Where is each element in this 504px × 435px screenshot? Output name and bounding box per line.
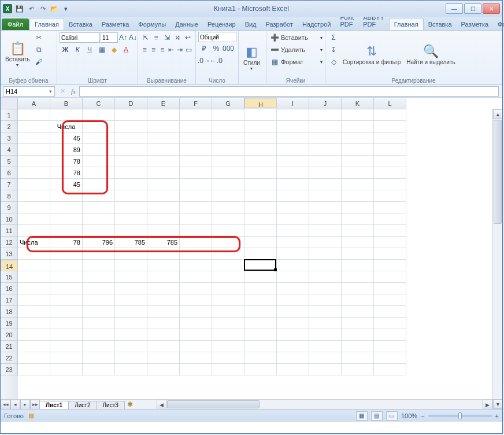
cell-G11[interactable] (212, 225, 244, 237)
row-header-10[interactable]: 10 (1, 213, 18, 225)
cell-J9[interactable] (309, 202, 342, 213)
cell-F4[interactable] (180, 144, 212, 156)
cell-H7[interactable] (244, 179, 277, 190)
cell-G2[interactable] (212, 121, 244, 132)
cell-D19[interactable] (115, 318, 147, 329)
cell-I8[interactable] (277, 190, 309, 202)
col-header-K[interactable]: K (342, 98, 374, 109)
cell-C11[interactable] (83, 225, 115, 237)
cell-J8[interactable] (309, 190, 342, 202)
cell-I1[interactable] (277, 109, 309, 121)
row-header-12[interactable]: 12 (1, 237, 18, 248)
decrease-font-icon[interactable]: A↓ (128, 32, 138, 43)
cell-E5[interactable] (147, 156, 180, 167)
font-name-select[interactable] (60, 32, 100, 43)
cell-J12[interactable] (309, 237, 342, 248)
cell-C10[interactable] (83, 213, 115, 225)
border-icon[interactable]: ▦ (96, 44, 108, 56)
cell-E14[interactable] (147, 260, 180, 271)
cell-G20[interactable] (212, 329, 244, 341)
cell-G23[interactable] (212, 364, 244, 375)
cell-J22[interactable] (309, 352, 342, 364)
new-icon[interactable]: ▾ (61, 3, 71, 14)
cell-B19[interactable] (50, 318, 83, 329)
cell-J11[interactable] (309, 225, 342, 237)
row-header-6[interactable]: 6 (1, 167, 18, 179)
cell-I15[interactable] (277, 271, 309, 283)
cell-F3[interactable] (180, 132, 212, 144)
cell-K14[interactable] (342, 260, 374, 271)
tab-file[interactable]: Файл (2, 19, 29, 30)
col-header-I[interactable]: I (277, 98, 309, 109)
cell-K4[interactable] (342, 144, 374, 156)
cell-G17[interactable] (212, 294, 244, 306)
vertical-scrollbar[interactable]: ▲ ▼ (492, 109, 502, 409)
cell-K19[interactable] (342, 318, 374, 329)
next-sheet-icon[interactable]: ▸ (20, 400, 30, 410)
cell-K8[interactable] (342, 190, 374, 202)
chevron-down-icon[interactable]: ▾ (49, 89, 52, 94)
cell-G3[interactable] (212, 132, 244, 144)
paste-button[interactable]: 📋 Вставить ▾ (3, 32, 32, 77)
cell-G21[interactable] (212, 341, 244, 352)
cell-L4[interactable] (374, 144, 406, 156)
cell-D15[interactable] (115, 271, 147, 283)
col-header-G[interactable]: G (212, 98, 244, 109)
cell-L3[interactable] (374, 132, 406, 144)
cell-H20[interactable] (244, 329, 277, 341)
cell-K18[interactable] (342, 306, 374, 318)
cell-H9[interactable] (244, 202, 277, 213)
increase-indent-icon[interactable]: ⇥ (176, 44, 184, 56)
cell-H22[interactable] (244, 352, 277, 364)
cell-I11[interactable] (277, 225, 309, 237)
cell-L12[interactable] (374, 237, 406, 248)
cell-B6[interactable]: 78 (50, 167, 83, 179)
cell-K22[interactable] (342, 352, 374, 364)
cell-A17[interactable] (18, 294, 50, 306)
cell-L2[interactable] (374, 121, 406, 132)
cell-J5[interactable] (309, 156, 342, 167)
cell-K16[interactable] (342, 283, 374, 294)
cell-L19[interactable] (374, 318, 406, 329)
cell-L11[interactable] (374, 225, 406, 237)
decrease-indent-icon[interactable]: ⇤ (167, 44, 175, 56)
row-header-2[interactable]: 2 (1, 121, 18, 132)
cell-J15[interactable] (309, 271, 342, 283)
increase-font-icon[interactable]: A↑ (118, 32, 128, 43)
cell-A22[interactable] (18, 352, 50, 364)
cell-J6[interactable] (309, 167, 342, 179)
pagebreak-view-icon[interactable]: ▭ (386, 411, 398, 421)
cell-C9[interactable] (83, 202, 115, 213)
row-header-4[interactable]: 4 (1, 144, 18, 156)
cell-J21[interactable] (309, 341, 342, 352)
scroll-thumb[interactable] (167, 400, 260, 408)
scroll-down-icon[interactable]: ▼ (493, 399, 502, 409)
cell-A18[interactable] (18, 306, 50, 318)
cell-J1[interactable] (309, 109, 342, 121)
cell-L16[interactable] (374, 283, 406, 294)
cell-D1[interactable] (115, 109, 147, 121)
cell-A3[interactable] (18, 132, 50, 144)
cell-J17[interactable] (309, 294, 342, 306)
cell-A10[interactable] (18, 213, 50, 225)
cell-I12[interactable] (277, 237, 309, 248)
cell-C8[interactable] (83, 190, 115, 202)
cell-I7[interactable] (277, 179, 309, 190)
cell-E21[interactable] (147, 341, 180, 352)
cell-F1[interactable] (180, 109, 212, 121)
cell-J7[interactable] (309, 179, 342, 190)
cell-E7[interactable] (147, 179, 180, 190)
cell-I18[interactable] (277, 306, 309, 318)
cell-C2[interactable] (83, 121, 115, 132)
cell-E11[interactable] (147, 225, 180, 237)
cell-A2[interactable] (18, 121, 50, 132)
last-sheet-icon[interactable]: ▸▸ (30, 400, 40, 410)
cell-B15[interactable] (50, 271, 83, 283)
cell-H16[interactable] (244, 283, 277, 294)
row-header-8[interactable]: 8 (1, 190, 18, 202)
cell-K6[interactable] (342, 167, 374, 179)
cell-G6[interactable] (212, 167, 244, 179)
cell-K7[interactable] (342, 179, 374, 190)
cell-L6[interactable] (374, 167, 406, 179)
cell-K17[interactable] (342, 294, 374, 306)
